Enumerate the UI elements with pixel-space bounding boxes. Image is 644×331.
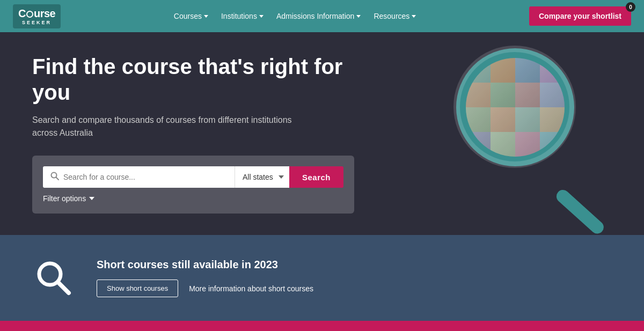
nav-item-courses[interactable]: Courses [174, 12, 208, 20]
short-courses-icon [32, 256, 75, 299]
svg-line-3 [58, 282, 69, 293]
logo[interactable]: Curse SEEKER [13, 4, 61, 28]
short-courses-actions: Show short courses More information abou… [97, 279, 612, 297]
search-row: All states ACT NSW NT QLD SA TAS VIC WA … [43, 166, 343, 188]
shortlist-badge: 0 [626, 2, 635, 12]
search-icon [50, 172, 59, 182]
nav-item-admissions[interactable]: Admissions Information [276, 12, 361, 20]
announcement-section: 20,000 New University Places to Target S… [0, 321, 644, 331]
navbar: Curse SEEKER Courses Institutions Admiss… [0, 0, 644, 32]
chevron-down-icon [204, 15, 208, 18]
short-courses-section: Short courses still available in 2023 Sh… [0, 235, 644, 321]
state-select[interactable]: All states ACT NSW NT QLD SA TAS VIC WA [235, 166, 289, 188]
filter-options-toggle[interactable]: Filter options [43, 194, 343, 203]
svg-line-1 [56, 178, 59, 180]
chevron-down-icon [259, 15, 264, 18]
short-courses-heading: Short courses still available in 2023 [97, 259, 612, 271]
chevron-down-icon [412, 15, 416, 18]
search-input-wrap [43, 166, 235, 188]
hero-subheading: Search and compare thousands of courses … [32, 114, 301, 139]
magnifier-search-icon [35, 259, 72, 297]
short-courses-more-link[interactable]: More information about short courses [189, 284, 313, 293]
compare-shortlist-button[interactable]: Compare your shortlist 0 [529, 6, 631, 26]
chevron-down-icon [356, 15, 361, 18]
nav-right: Compare your shortlist 0 [529, 6, 631, 26]
hero-section: Find the course that's right for you Sea… [0, 32, 644, 235]
nav-item-resources[interactable]: Resources [374, 12, 416, 20]
show-short-courses-button[interactable]: Show short courses [97, 279, 178, 297]
short-courses-content: Short courses still available in 2023 Sh… [97, 259, 612, 297]
hero-content: Find the course that's right for you Sea… [32, 54, 612, 214]
search-input[interactable] [63, 173, 227, 181]
filter-chevron-icon [89, 197, 94, 200]
nav-links: Courses Institutions Admissions Informat… [174, 12, 416, 20]
search-button[interactable]: Search [289, 166, 343, 188]
nav-item-institutions[interactable]: Institutions [221, 12, 264, 20]
hero-heading: Find the course that's right for you [32, 54, 354, 105]
search-box: All states ACT NSW NT QLD SA TAS VIC WA … [32, 156, 354, 214]
